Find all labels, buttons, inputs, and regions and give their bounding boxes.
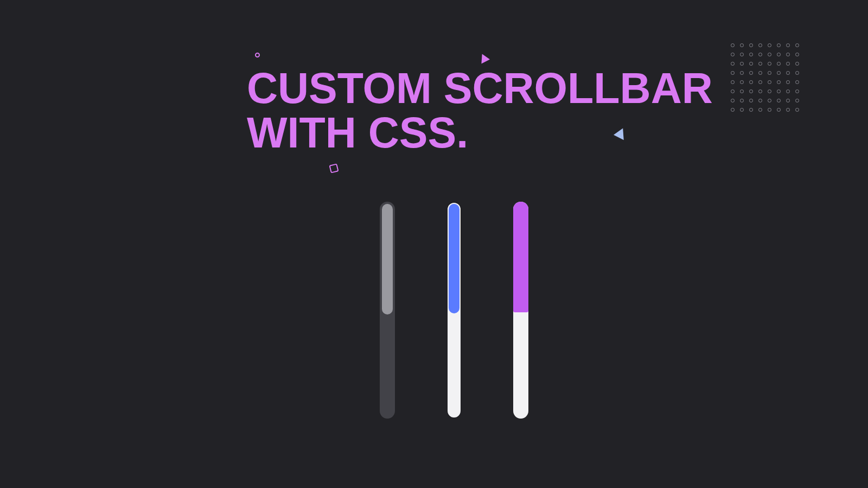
square-outline-icon <box>329 163 339 173</box>
dot-icon <box>768 99 771 102</box>
headline-line-2: WITH CSS. <box>247 108 468 157</box>
scrollbar-purple-track[interactable] <box>513 202 528 419</box>
dot-icon <box>786 80 790 84</box>
dot-icon <box>749 80 753 84</box>
dot-icon <box>731 99 735 102</box>
dot-icon <box>777 71 781 75</box>
dot-icon <box>758 53 762 56</box>
dot-icon <box>740 108 744 112</box>
dot-icon <box>768 71 771 75</box>
dot-icon <box>786 89 790 93</box>
dot-icon <box>740 89 744 93</box>
scrollbar-grey-track[interactable] <box>380 202 395 419</box>
ring-icon <box>255 53 260 57</box>
dot-icon <box>749 89 753 93</box>
dot-icon <box>758 71 762 75</box>
dot-icon <box>768 43 771 47</box>
dot-icon <box>749 43 753 47</box>
dot-icon <box>768 53 771 56</box>
dot-icon <box>749 53 753 56</box>
dot-icon <box>731 108 735 112</box>
dot-icon <box>777 108 781 112</box>
dot-icon <box>731 53 735 56</box>
dot-icon <box>749 62 753 66</box>
scrollbar-purple-thumb[interactable] <box>513 202 528 312</box>
dot-icon <box>795 62 799 66</box>
dot-icon <box>749 108 753 112</box>
dot-icon <box>758 99 762 102</box>
dot-icon <box>731 62 735 66</box>
dot-icon <box>795 89 799 93</box>
dot-icon <box>786 62 790 66</box>
dot-icon <box>786 108 790 112</box>
dot-icon <box>795 80 799 84</box>
dot-icon <box>768 108 771 112</box>
dot-icon <box>795 108 799 112</box>
dot-icon <box>795 99 799 102</box>
scrollbar-blue-thumb[interactable] <box>449 204 459 313</box>
dot-icon <box>758 108 762 112</box>
dot-icon <box>749 71 753 75</box>
scrollbar-blue-track[interactable] <box>446 202 462 419</box>
dot-icon <box>731 43 735 47</box>
dot-icon <box>777 53 781 56</box>
dot-icon <box>740 43 744 47</box>
dot-icon <box>786 71 790 75</box>
dot-icon <box>777 80 781 84</box>
dot-icon <box>740 80 744 84</box>
dot-icon <box>786 99 790 102</box>
dot-icon <box>740 62 744 66</box>
triangle-blue-icon <box>613 128 623 140</box>
dot-icon <box>777 62 781 66</box>
dot-icon <box>758 80 762 84</box>
scrollbar-grey-thumb[interactable] <box>382 204 393 314</box>
dot-icon <box>749 99 753 102</box>
dot-icon <box>777 89 781 93</box>
dot-icon <box>786 53 790 56</box>
dot-icon <box>795 71 799 75</box>
headline-line-1: CUSTOM SCROLLBAR <box>247 64 713 112</box>
scrollbar-showcase <box>380 202 528 419</box>
triangle-play-icon <box>481 54 490 64</box>
dot-icon <box>795 43 799 47</box>
dot-icon <box>758 43 762 47</box>
dot-icon <box>768 62 771 66</box>
dot-icon <box>731 71 735 75</box>
dot-icon <box>758 62 762 66</box>
dot-icon <box>731 80 735 84</box>
dot-icon <box>777 43 781 47</box>
dot-icon <box>768 89 771 93</box>
headline: CUSTOM SCROLLBAR WITH CSS. <box>247 66 713 155</box>
dot-icon <box>795 53 799 56</box>
dot-icon <box>731 89 735 93</box>
dot-icon <box>768 80 771 84</box>
dot-icon <box>758 89 762 93</box>
dot-icon <box>740 53 744 56</box>
dot-icon <box>786 43 790 47</box>
dot-icon <box>777 99 781 102</box>
dot-grid-decoration <box>731 43 800 112</box>
dot-icon <box>740 71 744 75</box>
dot-icon <box>740 99 744 102</box>
